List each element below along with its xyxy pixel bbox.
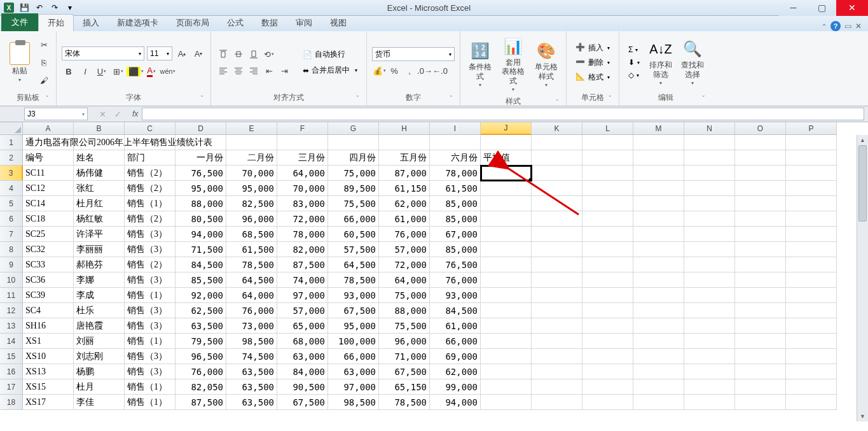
cell[interactable]: 李成 — [74, 288, 125, 303]
cell[interactable]: 82,050 — [176, 379, 226, 395]
cell[interactable] — [481, 379, 532, 395]
cell[interactable]: 85,000 — [430, 242, 481, 257]
cell[interactable] — [684, 318, 735, 334]
select-all-corner[interactable] — [0, 122, 23, 135]
cell[interactable] — [735, 379, 786, 395]
cell[interactable]: 65,000 — [277, 318, 328, 334]
row-header-15[interactable]: 15 — [0, 349, 23, 364]
cell[interactable]: 80,500 — [176, 211, 226, 227]
cell[interactable] — [582, 135, 633, 150]
cell[interactable] — [684, 334, 735, 349]
name-box[interactable]: J3▾ — [24, 108, 88, 120]
cell[interactable] — [532, 272, 582, 288]
cell[interactable] — [633, 257, 684, 272]
row-header-17[interactable]: 17 — [0, 379, 23, 395]
sort-filter-button[interactable]: A↓Z 排序和筛选▾ — [646, 36, 675, 88]
cell[interactable]: 88,000 — [176, 196, 226, 211]
autosum-button[interactable]: Σ▾ — [624, 44, 644, 55]
row-header-18[interactable]: 18 — [0, 395, 23, 410]
cell[interactable] — [735, 364, 786, 379]
cell[interactable] — [532, 227, 582, 242]
cell[interactable] — [735, 303, 786, 318]
cell[interactable]: 76,000 — [176, 364, 226, 379]
cell[interactable]: 李佳 — [74, 395, 125, 410]
cell[interactable] — [735, 272, 786, 288]
cell[interactable]: 杨红敏 — [74, 211, 125, 227]
row-header-5[interactable]: 5 — [0, 196, 23, 211]
cell[interactable]: 78,500 — [379, 395, 430, 410]
cell[interactable] — [481, 196, 532, 211]
cell[interactable] — [786, 150, 837, 166]
cell[interactable] — [633, 227, 684, 242]
cell[interactable] — [684, 257, 735, 272]
format-painter-button[interactable]: 🖌 — [37, 73, 51, 87]
cell[interactable] — [735, 395, 786, 410]
cell[interactable]: 84,500 — [176, 257, 226, 272]
cell[interactable]: 90,500 — [277, 379, 328, 395]
cell[interactable]: 94,000 — [430, 395, 481, 410]
row-header-11[interactable]: 11 — [0, 288, 23, 303]
cell[interactable] — [633, 272, 684, 288]
cell[interactable]: 79,500 — [176, 334, 226, 349]
row-header-9[interactable]: 9 — [0, 257, 23, 272]
wrap-text-button[interactable]: 📄自动换行 — [299, 48, 361, 61]
cell[interactable]: 57,000 — [379, 242, 430, 257]
formula-input[interactable] — [142, 108, 864, 120]
cell[interactable]: 85,500 — [176, 272, 226, 288]
align-left-button[interactable] — [216, 64, 230, 78]
cell[interactable]: 销售（3） — [125, 227, 176, 242]
cell[interactable]: 95,000 — [226, 181, 277, 196]
cell[interactable] — [684, 364, 735, 379]
app-icon[interactable]: X — [3, 1, 15, 14]
cell[interactable]: 四月份 — [328, 150, 379, 166]
cell[interactable] — [786, 242, 837, 257]
cell[interactable]: 75,000 — [379, 288, 430, 303]
cell[interactable]: 编号 — [23, 150, 74, 166]
vertical-scrollbar[interactable]: ▲ ▼ — [857, 135, 868, 421]
cell[interactable] — [582, 288, 633, 303]
cell[interactable]: 销售（2） — [125, 166, 176, 181]
border-button[interactable]: ⊞▾ — [111, 64, 125, 78]
cell[interactable]: 通力电器有限公司2006年上半年销售业绩统计表 — [23, 135, 74, 150]
cell[interactable]: 63,500 — [226, 364, 277, 379]
cell[interactable]: 62,000 — [379, 196, 430, 211]
minimize-ribbon-icon[interactable]: ⌃ — [822, 23, 827, 30]
cell[interactable] — [430, 135, 481, 150]
col-header-P[interactable]: P — [786, 122, 837, 135]
row-header-13[interactable]: 13 — [0, 318, 23, 334]
cell[interactable] — [633, 379, 684, 395]
cell[interactable]: SC32 — [23, 242, 74, 257]
decrease-decimal-button[interactable]: ←.0 — [433, 64, 447, 78]
cell[interactable]: 99,000 — [430, 379, 481, 395]
cell[interactable]: 87,000 — [379, 166, 430, 181]
undo-button[interactable]: ↶ — [33, 1, 46, 14]
cell[interactable]: 销售（3） — [125, 303, 176, 318]
cell[interactable]: 62,500 — [176, 303, 226, 318]
enter-formula-button[interactable]: ✓ — [111, 107, 125, 121]
align-right-button[interactable] — [247, 64, 261, 78]
cell[interactable] — [684, 196, 735, 211]
align-bottom-button[interactable] — [247, 47, 261, 61]
cell[interactable]: 97,000 — [277, 288, 328, 303]
cell[interactable]: 61,000 — [430, 318, 481, 334]
cell[interactable] — [532, 196, 582, 211]
cell[interactable]: 67,500 — [328, 303, 379, 318]
cell[interactable] — [532, 181, 582, 196]
cell[interactable]: 95,000 — [328, 318, 379, 334]
cell[interactable]: 75,500 — [379, 318, 430, 334]
cell[interactable]: 三月份 — [277, 150, 328, 166]
cell[interactable]: SC14 — [23, 196, 74, 211]
save-button[interactable]: 💾 — [18, 1, 31, 14]
cell[interactable]: 74,000 — [277, 272, 328, 288]
cell[interactable] — [633, 395, 684, 410]
cell[interactable] — [582, 318, 633, 334]
cell[interactable]: 84,500 — [430, 303, 481, 318]
merge-center-button[interactable]: ⬌合并后居中▾ — [299, 64, 361, 77]
cell[interactable]: 67,000 — [430, 227, 481, 242]
decrease-indent-button[interactable]: ⇤ — [262, 64, 276, 78]
row-header-2[interactable]: 2 — [0, 150, 23, 166]
cell[interactable] — [633, 334, 684, 349]
cell[interactable]: 100,000 — [328, 334, 379, 349]
conditional-format-button[interactable]: 🔢 条件格式▾ — [465, 38, 495, 90]
cell[interactable] — [633, 196, 684, 211]
